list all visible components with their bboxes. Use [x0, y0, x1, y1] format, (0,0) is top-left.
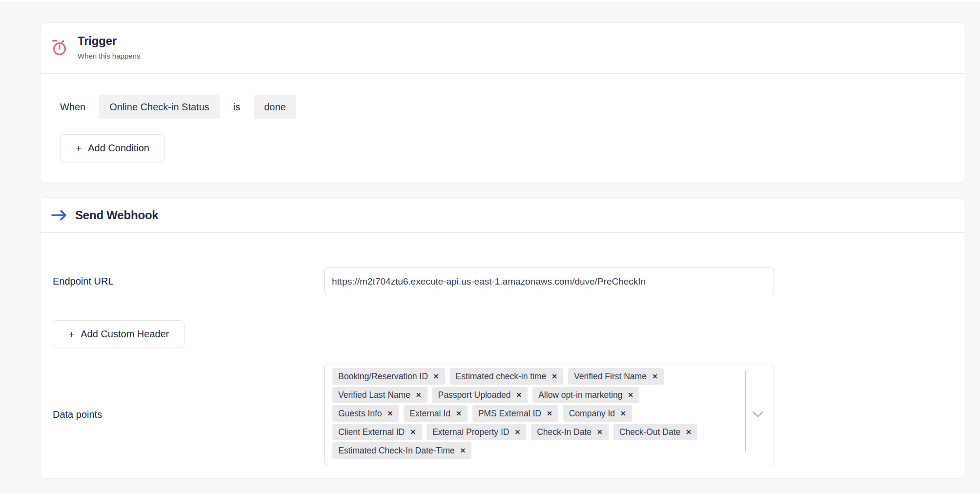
data-point-tag-label: PMS External ID: [478, 409, 541, 419]
add-condition-label: Add Condition: [88, 143, 149, 154]
tag-row: Guests Info✕External Id✕PMS External ID✕…: [332, 405, 720, 422]
data-point-tag: Client External ID✕: [332, 424, 422, 440]
remove-tag-icon[interactable]: ✕: [628, 391, 633, 398]
condition-operator-label: is: [233, 102, 240, 113]
endpoint-url-row: Endpoint URL: [53, 267, 965, 295]
data-point-tag-label: External Property ID: [432, 427, 510, 437]
data-point-tag-label: Verified Last Name: [338, 390, 410, 400]
condition-row: When Online Check-in Status is done: [60, 95, 965, 119]
data-point-tag: Verified First Name✕: [568, 368, 664, 385]
data-point-tag-label: Company Id: [569, 409, 615, 419]
trigger-card-titles: Trigger When this happens: [78, 34, 140, 61]
condition-field-chip[interactable]: Online Check-in Status: [99, 95, 220, 119]
top-bar-edge: [0, 0, 980, 2]
data-point-tag-label: Estimated check-in time: [456, 371, 547, 382]
data-point-tag: External Id✕: [404, 405, 467, 422]
tagbox-scrollbar[interactable]: [745, 370, 746, 452]
remove-tag-icon[interactable]: ✕: [686, 429, 692, 435]
trigger-title: Trigger: [78, 34, 140, 48]
data-points-row: Data points Booking/Reservation ID✕Estim…: [53, 364, 965, 465]
remove-tag-icon[interactable]: ✕: [547, 410, 552, 417]
data-points-label: Data points: [53, 409, 324, 420]
data-point-tag: External Property ID✕: [427, 424, 526, 440]
data-points-multiselect[interactable]: Booking/Reservation ID✕Estimated check-i…: [324, 364, 774, 465]
trigger-card: Trigger When this happens When Online Ch…: [40, 22, 965, 183]
data-point-tag: Check-Out Date✕: [613, 424, 697, 440]
tag-row: Estimated Check-In Date-Time✕: [332, 442, 720, 459]
arrow-right-icon: [51, 208, 68, 222]
data-point-tag: Booking/Reservation ID✕: [332, 368, 445, 385]
trigger-card-header: Trigger When this happens: [41, 23, 965, 74]
remove-tag-icon[interactable]: ✕: [551, 373, 557, 380]
tag-row: Verified Last Name✕Passport Uploaded✕All…: [332, 387, 720, 403]
remove-tag-icon[interactable]: ✕: [514, 429, 520, 435]
plus-icon: +: [68, 329, 74, 339]
trigger-subtitle: When this happens: [78, 51, 140, 61]
webhook-card: Send Webhook Endpoint URL + Add Custom H…: [40, 197, 965, 478]
chevron-down-icon[interactable]: [752, 411, 764, 418]
remove-tag-icon[interactable]: ✕: [388, 410, 393, 417]
endpoint-url-input[interactable]: [324, 267, 774, 295]
remove-tag-icon[interactable]: ✕: [597, 429, 603, 435]
webhook-title: Send Webhook: [75, 208, 159, 223]
stopwatch-icon: [51, 38, 68, 57]
remove-tag-icon[interactable]: ✕: [456, 410, 462, 417]
data-point-tag-label: Check-Out Date: [619, 427, 680, 437]
data-point-tag-label: Check-In Date: [537, 427, 592, 437]
remove-tag-icon[interactable]: ✕: [416, 391, 422, 398]
data-point-tag-label: Allow opt-in marketing: [538, 390, 622, 400]
tag-row: Booking/Reservation ID✕Estimated check-i…: [332, 368, 720, 385]
data-point-tag-label: Passport Uploaded: [438, 390, 511, 400]
data-point-tag-label: Estimated Check-In Date-Time: [338, 446, 455, 456]
remove-tag-icon[interactable]: ✕: [433, 373, 439, 380]
tag-row: Client External ID✕External Property ID✕…: [332, 424, 720, 440]
remove-tag-icon[interactable]: ✕: [410, 429, 416, 435]
data-point-tag-label: Guests Info: [338, 409, 382, 419]
data-point-tag: Check-In Date✕: [531, 424, 609, 440]
add-condition-button[interactable]: + Add Condition: [60, 134, 165, 162]
add-custom-header-label: Add Custom Header: [81, 329, 169, 340]
data-point-tag: Allow opt-in marketing✕: [532, 387, 639, 403]
data-point-tag-label: Verified First Name: [574, 371, 647, 382]
data-point-tag-label: Booking/Reservation ID: [338, 371, 428, 382]
data-point-tag: Estimated Check-In Date-Time✕: [332, 442, 471, 459]
data-point-tag: Verified Last Name✕: [332, 387, 428, 403]
data-point-tag: Passport Uploaded✕: [432, 387, 528, 403]
webhook-card-body: Endpoint URL + Add Custom Header Data po…: [41, 267, 965, 478]
condition-value-chip[interactable]: done: [254, 95, 296, 119]
data-point-tag: Guests Info✕: [332, 405, 399, 422]
data-point-tag: Estimated check-in time✕: [450, 368, 564, 385]
plus-icon: +: [76, 144, 82, 153]
data-point-tag-label: External Id: [409, 409, 450, 419]
data-point-tag: PMS External ID✕: [472, 405, 558, 422]
data-point-tag: Company Id✕: [563, 405, 632, 422]
remove-tag-icon[interactable]: ✕: [460, 447, 466, 454]
data-point-tag-label: Client External ID: [338, 427, 405, 437]
remove-tag-icon[interactable]: ✕: [516, 391, 522, 398]
remove-tag-icon[interactable]: ✕: [620, 410, 626, 417]
when-label: When: [60, 102, 85, 113]
remove-tag-icon[interactable]: ✕: [652, 373, 658, 380]
trigger-card-body: When Online Check-in Status is done + Ad…: [41, 74, 965, 183]
endpoint-url-label: Endpoint URL: [53, 276, 324, 287]
webhook-card-header: Send Webhook: [41, 198, 965, 233]
add-custom-header-button[interactable]: + Add Custom Header: [53, 320, 184, 348]
data-points-tags: Booking/Reservation ID✕Estimated check-i…: [332, 368, 720, 459]
